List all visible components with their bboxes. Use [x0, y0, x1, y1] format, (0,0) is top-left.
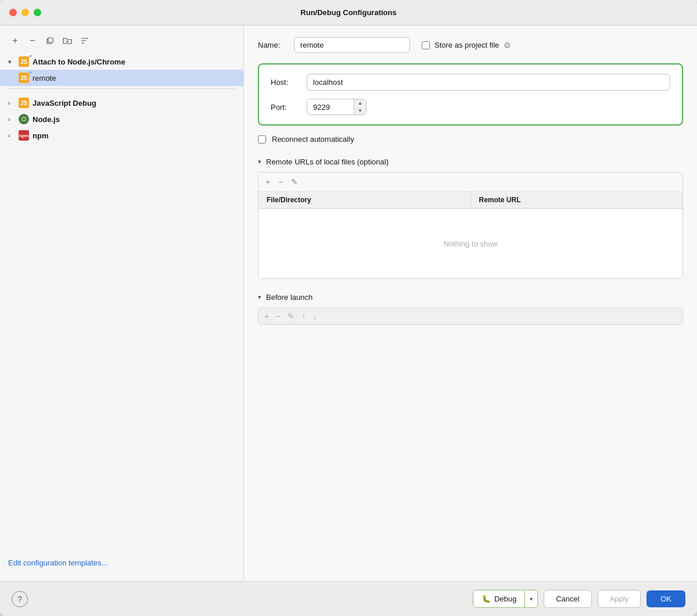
- title-bar: Run/Debug Configurations: [0, 0, 697, 26]
- name-label: Name:: [258, 41, 287, 49]
- launch-add-button[interactable]: +: [264, 311, 269, 321]
- table-add-button[interactable]: +: [264, 176, 271, 188]
- js-arrow-icon-remote: JS ↗: [19, 73, 29, 83]
- store-project-label: Store as project file: [434, 41, 499, 49]
- copy-config-button[interactable]: [43, 34, 57, 48]
- reconnect-checkbox[interactable]: [258, 135, 266, 144]
- table-body: Nothing to show: [258, 209, 682, 278]
- launch-move-down-button[interactable]: ↓: [312, 311, 317, 321]
- host-row: Host:: [271, 74, 670, 91]
- port-increment-button[interactable]: ▲: [354, 99, 366, 107]
- table-header: File/Directory Remote URL: [258, 192, 682, 209]
- store-project-checkbox[interactable]: [422, 41, 430, 49]
- tree-item-attach-node[interactable]: ▾ JS ↗ Attach to Node.js/Chrome: [0, 53, 243, 70]
- host-label: Host:: [271, 78, 300, 87]
- remove-config-button[interactable]: −: [26, 34, 39, 48]
- js-arrow-icon: JS ↗: [19, 56, 29, 67]
- edit-templates-link[interactable]: Edit configuration templates...: [0, 550, 243, 575]
- table-remove-button[interactable]: −: [277, 176, 284, 188]
- sidebar-toolbar: + −: [0, 31, 243, 53]
- new-folder-button[interactable]: [60, 34, 74, 48]
- tree-item-remote[interactable]: JS ↗ remote: [0, 70, 243, 86]
- empty-message: Nothing to show: [443, 239, 497, 248]
- port-input[interactable]: [307, 100, 354, 114]
- tree-item-nodejs-label: Node.js: [33, 115, 60, 124]
- tree-item-npm-label: npm: [33, 131, 48, 140]
- dialog-title: Run/Debug Configurations: [300, 8, 396, 17]
- nodejs-icon: ⬡: [19, 114, 29, 124]
- chevron-right-icon-2: ›: [8, 116, 15, 123]
- bottom-bar: ? 🐛 Debug ▾ Cancel Apply OK: [0, 581, 697, 616]
- chevron-down-icon: ▾: [8, 59, 15, 65]
- cancel-button[interactable]: Cancel: [544, 590, 591, 608]
- before-launch-section: ▾ Before launch + − ✎ ↑ ↓: [258, 293, 683, 325]
- npm-icon: npm: [19, 130, 29, 141]
- remote-urls-title: Remote URLs of local files (optional): [266, 157, 389, 166]
- port-row: Port: ▲ ▼: [271, 99, 670, 115]
- window-controls: [9, 9, 41, 16]
- ok-button[interactable]: OK: [646, 590, 685, 607]
- before-launch-toolbar: + − ✎ ↑ ↓: [258, 307, 683, 325]
- remote-urls-chevron-icon[interactable]: ▾: [258, 158, 261, 166]
- gear-icon[interactable]: ⚙: [504, 41, 511, 50]
- debug-dropdown: 🐛 Debug ▾: [473, 590, 538, 608]
- close-button[interactable]: [9, 9, 17, 16]
- apply-button[interactable]: Apply: [598, 590, 641, 608]
- tree-item-nodejs[interactable]: › ⬡ Node.js: [0, 111, 243, 127]
- col-remote-url: Remote URL: [471, 192, 683, 208]
- host-port-section: Host: Port: ▲ ▼: [258, 63, 683, 126]
- launch-remove-button[interactable]: −: [276, 311, 281, 321]
- before-launch-header: ▾ Before launch: [258, 293, 683, 302]
- name-row: Name: Store as project file ⚙: [258, 37, 683, 53]
- col-file-dir: File/Directory: [258, 192, 471, 208]
- svg-rect-1: [48, 38, 53, 42]
- reconnect-row: Reconnect automatically: [258, 135, 683, 144]
- js-icon: JS: [19, 98, 29, 108]
- before-launch-title: Before launch: [266, 293, 312, 302]
- name-input[interactable]: [294, 37, 410, 53]
- sort-button[interactable]: [78, 34, 92, 48]
- before-launch-chevron-icon[interactable]: ▾: [258, 293, 261, 301]
- right-panel: Name: Store as project file ⚙ Host: Port…: [244, 26, 697, 581]
- launch-edit-button[interactable]: ✎: [288, 311, 294, 321]
- help-button[interactable]: ?: [12, 591, 28, 607]
- tree-item-remote-label: remote: [33, 74, 56, 83]
- host-input[interactable]: [307, 74, 670, 91]
- main-content: + −: [0, 26, 697, 581]
- tree-item-npm[interactable]: › npm npm: [0, 127, 243, 144]
- minimize-button[interactable]: [21, 9, 29, 16]
- port-decrement-button[interactable]: ▼: [354, 107, 366, 114]
- port-input-wrapper: ▲ ▼: [307, 99, 367, 115]
- reconnect-label: Reconnect automatically: [272, 135, 354, 144]
- chevron-right-icon-3: ›: [8, 132, 15, 139]
- launch-move-up-button[interactable]: ↑: [301, 311, 306, 321]
- maximize-button[interactable]: [34, 9, 41, 16]
- store-project-row: Store as project file ⚙: [422, 41, 511, 50]
- port-spinner: ▲ ▼: [354, 99, 366, 114]
- tree-item-label: Attach to Node.js/Chrome: [33, 58, 125, 66]
- add-config-button[interactable]: +: [8, 34, 22, 48]
- remote-urls-header: ▾ Remote URLs of local files (optional): [258, 157, 683, 166]
- debug-icon: 🐛: [482, 594, 491, 603]
- debug-button[interactable]: 🐛 Debug: [473, 590, 524, 607]
- separator: [8, 88, 235, 89]
- debug-label: Debug: [494, 594, 516, 603]
- remote-urls-section: ▾ Remote URLs of local files (optional) …: [258, 157, 683, 293]
- chevron-right-icon: ›: [8, 100, 15, 106]
- table-edit-button[interactable]: ✎: [290, 176, 299, 188]
- table-toolbar: + − ✎: [258, 173, 682, 192]
- debug-dropdown-arrow[interactable]: ▾: [525, 592, 537, 606]
- tree-item-js-debug-label: JavaScript Debug: [33, 99, 96, 108]
- dialog: Run/Debug Configurations + −: [0, 0, 697, 616]
- sidebar: + −: [0, 26, 244, 581]
- tree-item-js-debug[interactable]: › JS JavaScript Debug: [0, 95, 243, 111]
- port-label: Port:: [271, 103, 300, 112]
- remote-urls-table: + − ✎ File/Directory Remote URL Nothing …: [258, 172, 683, 279]
